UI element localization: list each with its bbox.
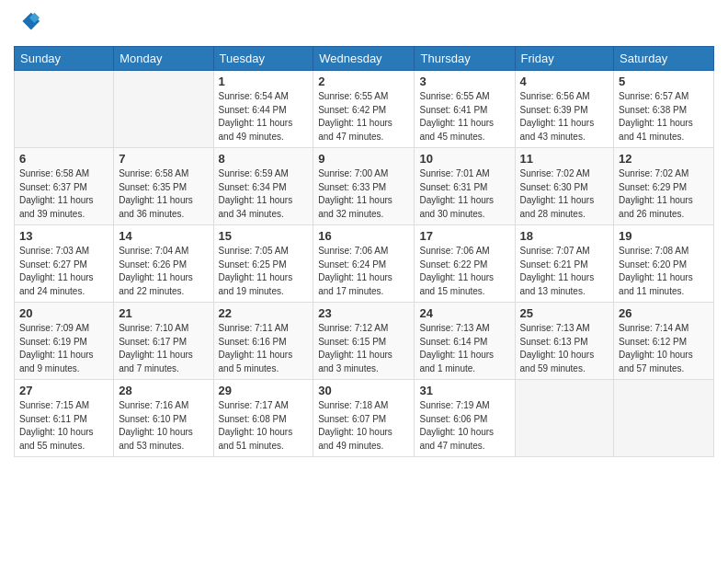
calendar-cell: 14Sunrise: 7:04 AM Sunset: 6:26 PM Dayli… bbox=[114, 225, 213, 303]
day-number: 5 bbox=[619, 75, 709, 88]
calendar-cell: 15Sunrise: 7:05 AM Sunset: 6:25 PM Dayli… bbox=[213, 225, 313, 303]
day-number: 16 bbox=[318, 229, 409, 243]
calendar-table: SundayMondayTuesdayWednesdayThursdayFrid… bbox=[14, 46, 714, 457]
day-number: 27 bbox=[19, 384, 108, 397]
day-number: 28 bbox=[119, 384, 208, 397]
day-info: Sunrise: 7:14 AM Sunset: 6:12 PM Dayligh… bbox=[619, 322, 709, 375]
calendar-cell: 27Sunrise: 7:15 AM Sunset: 6:11 PM Dayli… bbox=[15, 380, 114, 457]
day-info: Sunrise: 7:13 AM Sunset: 6:14 PM Dayligh… bbox=[419, 322, 509, 375]
weekday-header: Monday bbox=[114, 47, 213, 71]
calendar-cell bbox=[15, 71, 114, 148]
day-number: 3 bbox=[419, 75, 509, 88]
calendar-cell: 1Sunrise: 6:54 AM Sunset: 6:44 PM Daylig… bbox=[213, 71, 313, 148]
calendar-cell: 20Sunrise: 7:09 AM Sunset: 6:19 PM Dayli… bbox=[15, 303, 114, 380]
day-info: Sunrise: 7:00 AM Sunset: 6:33 PM Dayligh… bbox=[318, 167, 409, 221]
page: SundayMondayTuesdayWednesdayThursdayFrid… bbox=[0, 0, 728, 563]
calendar-cell: 24Sunrise: 7:13 AM Sunset: 6:14 PM Dayli… bbox=[415, 303, 515, 380]
day-number: 7 bbox=[119, 152, 208, 166]
weekday-header: Sunday bbox=[15, 47, 114, 71]
day-info: Sunrise: 7:02 AM Sunset: 6:30 PM Dayligh… bbox=[520, 167, 609, 221]
calendar-cell: 9Sunrise: 7:00 AM Sunset: 6:33 PM Daylig… bbox=[313, 148, 415, 225]
calendar-cell: 31Sunrise: 7:19 AM Sunset: 6:06 PM Dayli… bbox=[415, 380, 515, 457]
day-number: 10 bbox=[419, 152, 509, 166]
calendar-cell bbox=[515, 380, 614, 457]
calendar-cell: 2Sunrise: 6:55 AM Sunset: 6:42 PM Daylig… bbox=[313, 71, 415, 148]
day-number: 9 bbox=[318, 152, 409, 166]
day-info: Sunrise: 7:16 AM Sunset: 6:10 PM Dayligh… bbox=[119, 399, 208, 453]
day-number: 19 bbox=[619, 229, 709, 243]
calendar-cell: 23Sunrise: 7:12 AM Sunset: 6:15 PM Dayli… bbox=[313, 303, 415, 380]
day-info: Sunrise: 7:19 AM Sunset: 6:06 PM Dayligh… bbox=[419, 399, 509, 453]
calendar-cell: 30Sunrise: 7:18 AM Sunset: 6:07 PM Dayli… bbox=[313, 380, 415, 457]
day-number: 22 bbox=[219, 306, 309, 320]
day-info: Sunrise: 6:59 AM Sunset: 6:34 PM Dayligh… bbox=[219, 167, 309, 221]
day-info: Sunrise: 6:58 AM Sunset: 6:35 PM Dayligh… bbox=[119, 167, 208, 221]
day-number: 20 bbox=[19, 306, 108, 320]
day-number: 11 bbox=[520, 152, 609, 166]
day-number: 8 bbox=[219, 152, 309, 166]
day-info: Sunrise: 7:08 AM Sunset: 6:20 PM Dayligh… bbox=[619, 245, 709, 298]
calendar-cell: 22Sunrise: 7:11 AM Sunset: 6:16 PM Dayli… bbox=[213, 303, 313, 380]
day-info: Sunrise: 6:54 AM Sunset: 6:44 PM Dayligh… bbox=[219, 90, 309, 144]
calendar-cell: 17Sunrise: 7:06 AM Sunset: 6:22 PM Dayli… bbox=[415, 225, 515, 303]
day-info: Sunrise: 7:05 AM Sunset: 6:25 PM Dayligh… bbox=[219, 245, 309, 298]
weekday-header: Tuesday bbox=[213, 47, 313, 71]
calendar-cell: 28Sunrise: 7:16 AM Sunset: 6:10 PM Dayli… bbox=[114, 380, 213, 457]
day-number: 14 bbox=[119, 229, 208, 243]
weekday-header: Friday bbox=[515, 47, 614, 71]
day-number: 6 bbox=[19, 152, 108, 166]
day-number: 30 bbox=[318, 384, 409, 397]
day-number: 12 bbox=[619, 152, 709, 166]
weekday-header: Wednesday bbox=[313, 47, 415, 71]
calendar-cell: 25Sunrise: 7:13 AM Sunset: 6:13 PM Dayli… bbox=[515, 303, 614, 380]
calendar-cell: 6Sunrise: 6:58 AM Sunset: 6:37 PM Daylig… bbox=[15, 148, 114, 225]
day-info: Sunrise: 7:18 AM Sunset: 6:07 PM Dayligh… bbox=[318, 399, 409, 453]
logo-icon bbox=[16, 9, 41, 35]
calendar-cell: 16Sunrise: 7:06 AM Sunset: 6:24 PM Dayli… bbox=[313, 225, 415, 303]
day-info: Sunrise: 7:15 AM Sunset: 6:11 PM Dayligh… bbox=[19, 399, 108, 453]
day-info: Sunrise: 7:17 AM Sunset: 6:08 PM Dayligh… bbox=[219, 399, 309, 453]
day-number: 2 bbox=[318, 75, 409, 88]
day-number: 13 bbox=[19, 229, 108, 243]
day-number: 26 bbox=[619, 306, 709, 320]
calendar-cell: 21Sunrise: 7:10 AM Sunset: 6:17 PM Dayli… bbox=[114, 303, 213, 380]
calendar-cell bbox=[114, 71, 213, 148]
day-info: Sunrise: 7:06 AM Sunset: 6:24 PM Dayligh… bbox=[318, 245, 409, 298]
day-number: 23 bbox=[318, 306, 409, 320]
day-number: 15 bbox=[219, 229, 309, 243]
calendar-cell: 29Sunrise: 7:17 AM Sunset: 6:08 PM Dayli… bbox=[213, 380, 313, 457]
calendar-cell: 5Sunrise: 6:57 AM Sunset: 6:38 PM Daylig… bbox=[614, 71, 714, 148]
calendar-cell: 3Sunrise: 6:55 AM Sunset: 6:41 PM Daylig… bbox=[415, 71, 515, 148]
day-info: Sunrise: 6:55 AM Sunset: 6:41 PM Dayligh… bbox=[419, 90, 509, 144]
day-info: Sunrise: 7:13 AM Sunset: 6:13 PM Dayligh… bbox=[520, 322, 609, 375]
day-info: Sunrise: 7:04 AM Sunset: 6:26 PM Dayligh… bbox=[119, 245, 208, 298]
calendar-cell: 19Sunrise: 7:08 AM Sunset: 6:20 PM Dayli… bbox=[614, 225, 714, 303]
weekday-header: Saturday bbox=[614, 47, 714, 71]
day-info: Sunrise: 7:10 AM Sunset: 6:17 PM Dayligh… bbox=[119, 322, 208, 375]
day-number: 18 bbox=[520, 229, 609, 243]
day-number: 29 bbox=[219, 384, 309, 397]
day-number: 17 bbox=[419, 229, 509, 243]
day-info: Sunrise: 6:56 AM Sunset: 6:39 PM Dayligh… bbox=[520, 90, 609, 144]
calendar-cell: 26Sunrise: 7:14 AM Sunset: 6:12 PM Dayli… bbox=[614, 303, 714, 380]
weekday-header: Thursday bbox=[415, 47, 515, 71]
day-number: 4 bbox=[520, 75, 609, 88]
logo bbox=[14, 9, 45, 39]
day-info: Sunrise: 6:55 AM Sunset: 6:42 PM Dayligh… bbox=[318, 90, 409, 144]
day-number: 24 bbox=[419, 306, 509, 320]
day-number: 31 bbox=[419, 384, 509, 397]
day-info: Sunrise: 7:03 AM Sunset: 6:27 PM Dayligh… bbox=[19, 245, 108, 298]
calendar-cell: 4Sunrise: 6:56 AM Sunset: 6:39 PM Daylig… bbox=[515, 71, 614, 148]
day-info: Sunrise: 7:11 AM Sunset: 6:16 PM Dayligh… bbox=[219, 322, 309, 375]
calendar-cell: 8Sunrise: 6:59 AM Sunset: 6:34 PM Daylig… bbox=[213, 148, 313, 225]
day-info: Sunrise: 7:07 AM Sunset: 6:21 PM Dayligh… bbox=[520, 245, 609, 298]
calendar-cell: 10Sunrise: 7:01 AM Sunset: 6:31 PM Dayli… bbox=[415, 148, 515, 225]
calendar-cell: 18Sunrise: 7:07 AM Sunset: 6:21 PM Dayli… bbox=[515, 225, 614, 303]
day-info: Sunrise: 7:02 AM Sunset: 6:29 PM Dayligh… bbox=[619, 167, 709, 221]
day-number: 25 bbox=[520, 306, 609, 320]
calendar-cell: 11Sunrise: 7:02 AM Sunset: 6:30 PM Dayli… bbox=[515, 148, 614, 225]
day-number: 1 bbox=[219, 75, 309, 88]
day-info: Sunrise: 7:06 AM Sunset: 6:22 PM Dayligh… bbox=[419, 245, 509, 298]
calendar-cell: 13Sunrise: 7:03 AM Sunset: 6:27 PM Dayli… bbox=[15, 225, 114, 303]
calendar-cell: 7Sunrise: 6:58 AM Sunset: 6:35 PM Daylig… bbox=[114, 148, 213, 225]
